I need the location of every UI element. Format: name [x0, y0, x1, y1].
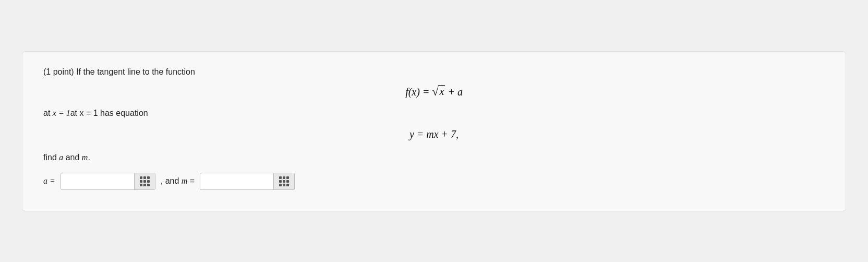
- find-text-and: and: [63, 153, 82, 162]
- tangent-equation: y = mx + 7,: [409, 128, 459, 140]
- at-x-text-suffix: at x = 1 has equation: [70, 109, 148, 117]
- grid-dot: [143, 180, 146, 183]
- a-input[interactable]: [61, 174, 134, 189]
- grid-dot: [279, 176, 282, 179]
- m-grid-button[interactable]: [273, 173, 294, 189]
- at-x-statement: at x = 1at x = 1 has equation: [43, 109, 825, 118]
- grid-dot: [279, 184, 282, 186]
- a-grid-icon: [140, 176, 150, 186]
- at-x-text-prefix: at: [43, 109, 53, 117]
- problem-card: (1 point) If the tangent line to the fun…: [22, 51, 846, 211]
- m-grid-icon: [279, 176, 289, 186]
- problem-statement: (1 point) If the tangent line to the fun…: [43, 67, 825, 77]
- function-equation: f(x) = √x + a: [405, 86, 463, 98]
- grid-dot: [283, 176, 285, 179]
- grid-dot: [286, 184, 289, 186]
- tangent-equation-block: y = mx + 7,: [43, 128, 825, 140]
- a-input-group[interactable]: [61, 173, 155, 190]
- grid-dot: [143, 176, 146, 179]
- a-grid-button[interactable]: [134, 173, 155, 189]
- radical-content: x: [438, 85, 445, 98]
- x-value: x = 1: [53, 109, 70, 117]
- grid-dot: [286, 180, 289, 183]
- grid-dot: [143, 184, 146, 186]
- grid-dot: [147, 180, 150, 183]
- var-m: m: [82, 153, 88, 162]
- find-text-period: .: [88, 153, 90, 162]
- grid-dot: [286, 176, 289, 179]
- m-input[interactable]: [200, 174, 273, 189]
- radical-expression: √x: [432, 85, 445, 98]
- find-text-prefix: find: [43, 153, 59, 162]
- equals-sign: =: [187, 176, 195, 185]
- find-statement: find a and m.: [43, 153, 825, 162]
- grid-dot: [140, 180, 142, 183]
- grid-dot: [147, 184, 150, 186]
- grid-dot: [279, 180, 282, 183]
- grid-dot: [140, 176, 142, 179]
- grid-dot: [283, 180, 285, 183]
- grid-dot: [283, 184, 285, 186]
- problem-text: (1 point) If the tangent line to the fun…: [43, 67, 195, 76]
- function-equation-block: f(x) = √x + a: [43, 85, 825, 98]
- m-input-group[interactable]: [200, 173, 295, 190]
- m-equals-label: , and m =: [161, 176, 195, 186]
- sqrt-symbol: √: [432, 86, 438, 98]
- answer-row: a = , and m =: [43, 173, 825, 190]
- grid-dot: [147, 176, 150, 179]
- grid-dot: [140, 184, 142, 186]
- a-equals-label: a =: [43, 176, 55, 186]
- comma-separator: , and: [161, 176, 182, 185]
- m-label: m: [182, 176, 188, 185]
